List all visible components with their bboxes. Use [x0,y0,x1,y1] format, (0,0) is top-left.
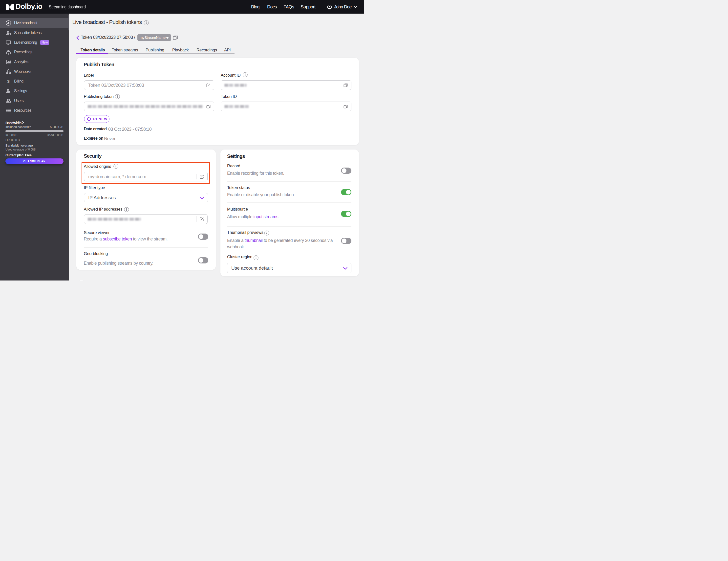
svg-text:$: $ [7,79,9,83]
